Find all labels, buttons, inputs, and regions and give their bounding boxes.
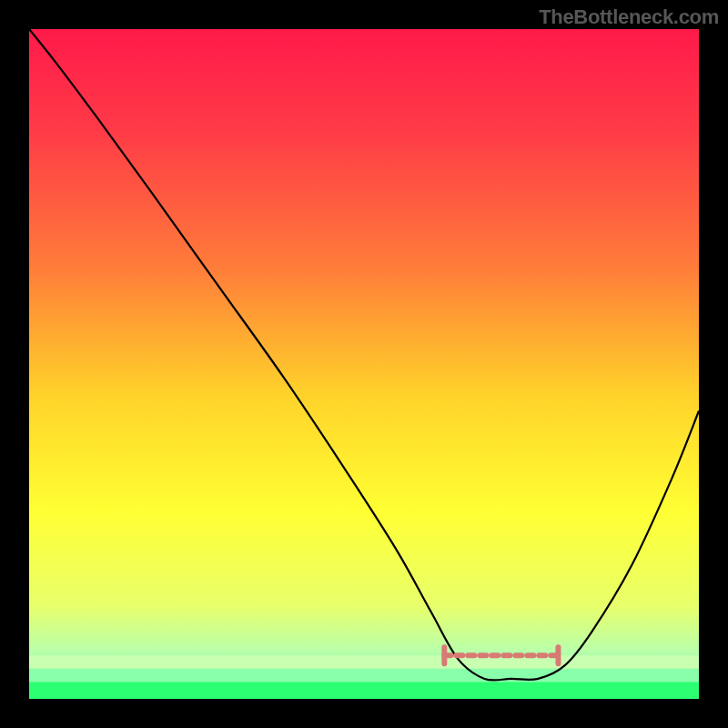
band [29, 682, 699, 699]
chart-container: TheBottleneck.com [0, 0, 728, 728]
band [29, 655, 699, 669]
gradient-background [29, 29, 699, 699]
chart-svg [29, 29, 699, 699]
watermark-text: TheBottleneck.com [539, 5, 719, 29]
plot-area [29, 29, 699, 699]
band [29, 669, 699, 682]
